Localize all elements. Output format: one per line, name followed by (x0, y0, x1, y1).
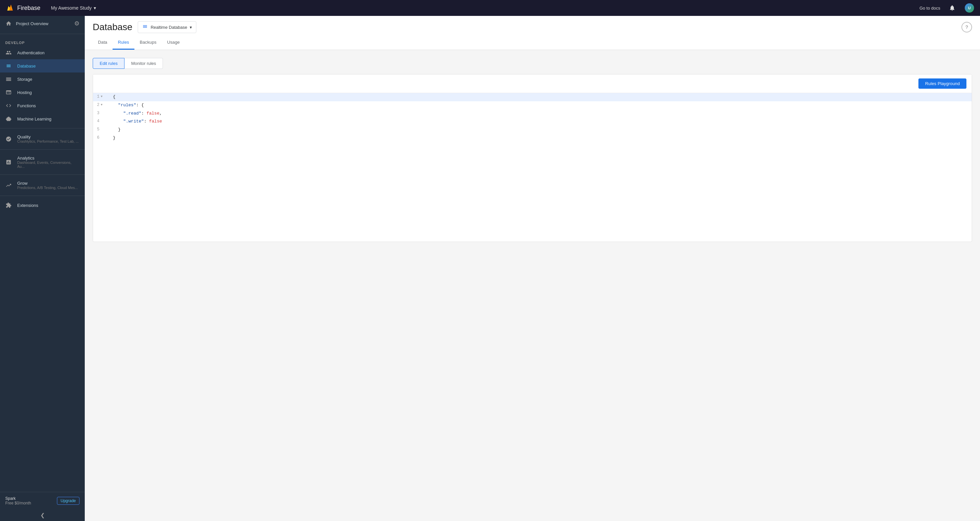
quality-sub: Crashlytics, Performance, Test Lab, ... (17, 139, 79, 143)
help-button[interactable]: ? (961, 22, 972, 32)
user-avatar[interactable]: U (964, 3, 975, 13)
sidebar-item-analytics[interactable]: Analytics Dashboard, Events, Conversions… (0, 152, 85, 172)
home-icon (5, 20, 12, 27)
machine-learning-label: Machine Learning (17, 116, 51, 121)
code-line-3: 3 ".read": false, (93, 110, 972, 118)
storage-icon (5, 76, 12, 83)
rules-playground-button[interactable]: Rules Playground (918, 78, 966, 89)
firebase-flame-icon (5, 3, 14, 13)
page-header-top: Database Realtime Database ▾ ? (93, 21, 972, 33)
analytics-section: Analytics Dashboard, Events, Conversions… (17, 156, 80, 168)
project-overview-label: Project Overview (16, 21, 48, 26)
db-type-label: Realtime Database (151, 25, 188, 30)
line-number-6: 6 (93, 134, 110, 142)
avatar-initials: U (965, 3, 974, 13)
quality-label: Quality (17, 134, 79, 139)
code-line-1: 1 ▼ { (93, 93, 972, 101)
monitor-rules-button[interactable]: Monitor rules (124, 58, 163, 69)
code-editor-toolbar: Rules Playground (93, 75, 972, 93)
notification-icon[interactable] (947, 3, 958, 13)
line-number-5: 5 (93, 126, 110, 133)
collapse-arrow-2[interactable]: ▼ (101, 103, 102, 107)
hosting-label: Hosting (17, 90, 32, 95)
tab-backups[interactable]: Backups (134, 36, 162, 50)
line-number-2: 2 ▼ (93, 101, 110, 109)
authentication-icon (5, 49, 12, 56)
grow-icon (5, 182, 12, 189)
db-type-dropdown-icon: ▾ (190, 25, 192, 30)
goto-docs-link[interactable]: Go to docs (920, 6, 940, 11)
analytics-sub: Dashboard, Events, Conversions, Au... (17, 160, 80, 168)
topbar-actions: Go to docs U (920, 3, 975, 13)
page-tabs: Data Rules Backups Usage (93, 36, 972, 50)
sidebar-divider-4 (0, 175, 85, 175)
firebase-logo-text: Firebase (17, 5, 40, 11)
code-content-1: { (110, 93, 118, 101)
code-editor-card: Rules Playground 1 ▼ { 2 (93, 74, 972, 242)
project-selector[interactable]: My Awesome Study ▾ (48, 4, 99, 12)
grow-label: Grow (17, 181, 78, 186)
sidebar-divider-1 (0, 34, 85, 34)
sidebar-bottom: Spark Free $0/month Upgrade ❮ (0, 492, 85, 521)
tab-usage[interactable]: Usage (162, 36, 185, 50)
code-editor[interactable]: 1 ▼ { 2 ▼ "rules": { (93, 93, 972, 241)
functions-icon (5, 102, 12, 109)
functions-label: Functions (17, 103, 36, 108)
firebase-logo[interactable]: Firebase (5, 3, 40, 13)
tab-data[interactable]: Data (93, 36, 113, 50)
collapse-arrow-1[interactable]: ▼ (101, 94, 102, 99)
code-content-4: ".write": false (110, 118, 165, 126)
quality-section: Quality Crashlytics, Performance, Test L… (17, 134, 79, 143)
machine-learning-icon (5, 116, 12, 122)
sidebar-collapse-button[interactable]: ❮ (0, 510, 85, 521)
line-number-4: 4 (93, 118, 110, 125)
code-content-5: } (110, 126, 123, 134)
bell-svg (949, 5, 956, 11)
grow-sub: Predictions, A/B Testing, Cloud Mes... (17, 186, 78, 190)
edit-rules-button[interactable]: Edit rules (93, 58, 124, 69)
sidebar-item-storage[interactable]: Storage (0, 73, 85, 86)
project-name: My Awesome Study (51, 5, 92, 11)
page-title: Database (93, 22, 132, 32)
sidebar-plan: Spark Free $0/month Upgrade (0, 492, 85, 510)
db-type-selector[interactable]: Realtime Database ▾ (138, 21, 197, 33)
project-overview-link[interactable]: Project Overview (5, 20, 74, 27)
storage-label: Storage (17, 77, 32, 82)
grow-section: Grow Predictions, A/B Testing, Cloud Mes… (17, 181, 78, 190)
sidebar-item-grow[interactable]: Grow Predictions, A/B Testing, Cloud Mes… (0, 178, 85, 193)
collapse-icon: ❮ (40, 512, 45, 518)
sidebar-item-authentication[interactable]: Authentication (0, 46, 85, 59)
sidebar-item-database[interactable]: Database (0, 59, 85, 73)
database-label: Database (17, 64, 36, 68)
topbar: Firebase My Awesome Study ▾ Go to docs U (0, 0, 980, 16)
plan-info: Spark Free $0/month (5, 496, 31, 505)
authentication-label: Authentication (17, 50, 45, 55)
extensions-icon (5, 202, 12, 208)
analytics-label: Analytics (17, 156, 80, 160)
sidebar: Project Overview ⚙ Develop Authenticatio… (0, 16, 85, 521)
tab-rules[interactable]: Rules (113, 36, 134, 50)
help-icon: ? (966, 24, 968, 30)
rules-content-area: Edit rules Monitor rules Rules Playgroun… (85, 50, 980, 521)
plan-sub: Free $0/month (5, 501, 31, 505)
code-editor-empty-space[interactable] (93, 142, 972, 241)
app-body: Project Overview ⚙ Develop Authenticatio… (0, 16, 980, 521)
code-content-3: ".read": false, (110, 110, 165, 118)
extensions-label: Extensions (17, 203, 38, 208)
quality-icon (5, 136, 12, 142)
sidebar-item-machine-learning[interactable]: Machine Learning (0, 112, 85, 125)
sidebar-item-functions[interactable]: Functions (0, 99, 85, 112)
sidebar-divider-2 (0, 128, 85, 129)
db-type-icon (142, 24, 148, 31)
sidebar-item-hosting[interactable]: Hosting (0, 86, 85, 99)
plan-name: Spark (5, 496, 31, 501)
database-icon (5, 63, 12, 69)
upgrade-button[interactable]: Upgrade (57, 497, 80, 505)
dropdown-arrow-icon: ▾ (94, 5, 96, 11)
settings-icon[interactable]: ⚙ (74, 20, 80, 27)
sidebar-item-extensions[interactable]: Extensions (0, 199, 85, 212)
sidebar-item-quality[interactable]: Quality Crashlytics, Performance, Test L… (0, 131, 85, 147)
code-line-2: 2 ▼ "rules": { (93, 101, 972, 110)
analytics-icon (5, 159, 12, 165)
line-number-3: 3 (93, 110, 110, 117)
